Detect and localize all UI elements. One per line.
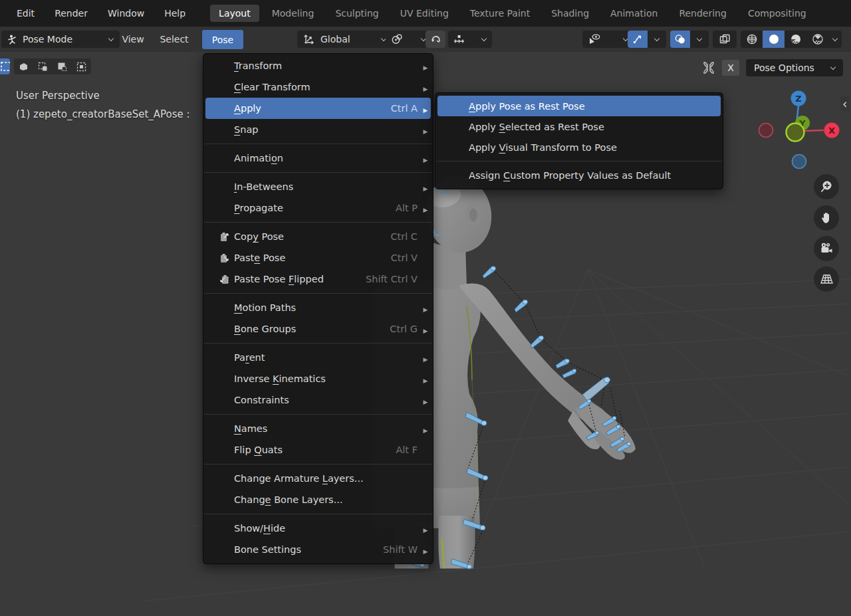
x-axis-mirror-toggle[interactable]: X <box>722 60 739 76</box>
gizmo-center[interactable] <box>787 124 804 142</box>
submenu-arrow-icon <box>420 181 431 193</box>
gizmo-axis-z[interactable]: Z <box>791 91 806 106</box>
pan-hand-icon <box>820 211 833 225</box>
menu-item-paste-pose-flipped[interactable]: Paste Pose FlippedShift Ctrl V <box>205 268 431 290</box>
menu-separator <box>436 161 722 161</box>
object-visibility-dropdown[interactable] <box>582 31 634 48</box>
pose-menu: Transform Clear Transform ApplyCtrl A Sn… <box>203 53 433 564</box>
menu-item-propagate[interactable]: PropagateAlt P <box>205 197 431 219</box>
menu-help[interactable]: Help <box>154 0 195 27</box>
shading-options-dropdown[interactable] <box>828 31 842 48</box>
gizmo-axis-neg-z[interactable] <box>792 155 806 169</box>
select-invert-button[interactable] <box>72 58 91 74</box>
menu-item-names[interactable]: Names <box>205 418 431 439</box>
menu-item-in-betweens[interactable]: In-Betweens <box>205 176 431 197</box>
menu-item-change-armature-layers[interactable]: Change Armature Layers... <box>205 468 431 489</box>
shading-material-button[interactable] <box>785 31 806 48</box>
menu-item-bone-settings[interactable]: Bone SettingsShift W <box>205 539 431 560</box>
select-set-button[interactable] <box>14 58 33 74</box>
select-subtract-icon <box>57 62 67 72</box>
menu-item-show-hide[interactable]: Show/Hide <box>205 518 431 539</box>
submenu-arrow-icon <box>420 152 431 165</box>
view-perspective-label: User Perspective <box>16 90 100 102</box>
select-invert-icon <box>76 62 86 72</box>
menu-render[interactable]: Render <box>45 0 98 27</box>
snap-magnet-icon <box>429 33 441 45</box>
menu-item-change-bone-layers[interactable]: Change Bone Layers... <box>205 489 431 510</box>
menu-view[interactable]: View <box>117 31 149 48</box>
menu-item-paste-pose[interactable]: Paste PoseCtrl V <box>205 247 431 268</box>
zoom-button[interactable] <box>814 174 839 199</box>
tab-animation[interactable]: Animation <box>602 5 666 22</box>
copy-pose-icon <box>219 231 230 243</box>
perspective-grid-icon <box>820 273 834 285</box>
shading-solid-icon <box>768 33 780 45</box>
menu-item-snap[interactable]: Snap <box>205 119 431 140</box>
select-mode-group <box>14 58 91 74</box>
submenu-item-apply-selected-as-rest-pose[interactable]: Apply Selected as Rest Pose <box>437 116 721 137</box>
menu-edit[interactable]: Edit <box>0 0 45 27</box>
gizmo-axis-x[interactable]: X <box>824 123 840 138</box>
submenu-item-assign-custom-property-values[interactable]: Assign Custom Property Values as Default <box>437 165 721 185</box>
pivot-point-icon <box>391 33 403 45</box>
show-gizmo-eye-icon <box>588 33 601 45</box>
menu-item-inverse-kinematics[interactable]: Inverse Kinematics <box>205 368 431 389</box>
tab-rendering[interactable]: Rendering <box>670 5 735 22</box>
tab-texture-paint[interactable]: Texture Paint <box>461 5 539 22</box>
menu-separator <box>204 464 432 464</box>
menu-item-animation[interactable]: Animation <box>205 148 431 169</box>
menu-item-transform[interactable]: Transform <box>205 55 431 76</box>
submenu-arrow-icon <box>420 323 431 336</box>
gizmo-options-dropdown[interactable] <box>648 31 666 48</box>
xray-toggle[interactable] <box>713 31 737 48</box>
mode-selector[interactable]: Pose Mode <box>1 31 120 48</box>
transform-orientation-dropdown[interactable]: Global <box>297 31 393 48</box>
menu-item-motion-paths[interactable]: Motion Paths <box>205 297 431 318</box>
camera-view-button[interactable] <box>814 236 839 261</box>
pose-options-label: Pose Options <box>746 62 830 73</box>
menu-separator <box>204 222 432 223</box>
menu-item-bone-groups[interactable]: Bone GroupsCtrl G <box>205 318 431 340</box>
gizmo-toggle[interactable] <box>628 31 648 48</box>
tab-layout[interactable]: Layout <box>210 5 259 22</box>
pan-button[interactable] <box>814 205 839 231</box>
submenu-arrow-icon <box>420 394 431 407</box>
tab-shading[interactable]: Shading <box>543 5 598 22</box>
navigation-gizmo[interactable]: Y Z X <box>755 90 841 176</box>
submenu-arrow-icon <box>420 102 431 115</box>
menu-item-copy-pose[interactable]: Copy PoseCtrl C <box>205 226 431 247</box>
chevron-down-icon <box>481 37 487 43</box>
tab-modeling[interactable]: Modeling <box>263 5 323 22</box>
overlays-toggle[interactable] <box>670 31 690 48</box>
menu-pose[interactable]: Pose <box>202 30 243 49</box>
tab-compositing[interactable]: Compositing <box>739 5 815 22</box>
menu-item-parent[interactable]: Parent <box>205 347 431 368</box>
submenu-item-apply-visual-transform[interactable]: Apply Visual Transform to Pose <box>437 137 721 157</box>
shading-wireframe-button[interactable] <box>741 31 763 48</box>
shading-solid-button[interactable] <box>763 31 785 48</box>
submenu-item-apply-pose-as-rest-pose[interactable]: Apply Pose as Rest Pose <box>437 96 721 116</box>
gizmo-axis-neg-x[interactable] <box>759 124 773 138</box>
menu-item-apply[interactable]: ApplyCtrl A <box>205 98 431 119</box>
select-extend-button[interactable] <box>33 58 53 74</box>
shading-rendered-button[interactable] <box>806 31 828 48</box>
sidebar-collapse-arrow[interactable]: ‹ <box>840 96 850 111</box>
menu-item-constraints[interactable]: Constraints <box>205 389 431 411</box>
perspective-grid-button[interactable] <box>814 266 839 292</box>
menu-window[interactable]: Window <box>98 0 154 27</box>
menu-item-clear-transform[interactable]: Clear Transform <box>205 76 431 98</box>
select-mode-active-button[interactable] <box>0 58 10 74</box>
pose-options-dropdown[interactable]: Pose Options <box>746 59 843 76</box>
select-subtract-button[interactable] <box>53 58 72 74</box>
snap-toggle[interactable] <box>426 31 445 48</box>
tab-uv-editing[interactable]: UV Editing <box>392 5 457 22</box>
active-object-label: (1) zepeto_creatorBaseSet_APose : <box>16 108 190 120</box>
viewport-header: Pose Mode View Select Pose Global <box>0 27 851 52</box>
menu-item-flip-quats[interactable]: Flip QuatsAlt F <box>205 439 431 461</box>
menu-select[interactable]: Select <box>154 31 194 48</box>
overlays-options-dropdown[interactable] <box>690 31 709 48</box>
gizmo-toggle-icon <box>632 33 644 45</box>
gizmo-toggle-group <box>628 31 666 48</box>
snapping-options-dropdown[interactable] <box>448 31 492 48</box>
tab-sculpting[interactable]: Sculpting <box>326 5 387 22</box>
